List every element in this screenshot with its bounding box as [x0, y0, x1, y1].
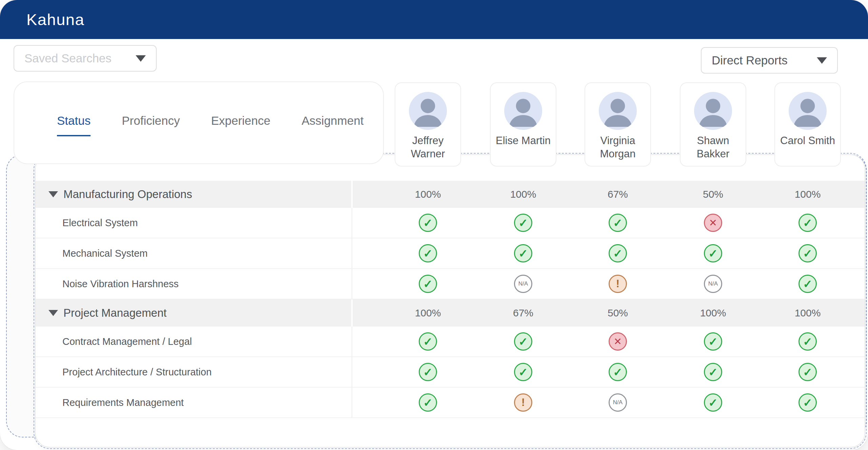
status-check-icon[interactable]: ✓: [419, 275, 437, 293]
avatar: [504, 92, 542, 130]
column-divider: [352, 208, 352, 238]
status-check-icon[interactable]: ✓: [609, 244, 627, 262]
group-score: 100%: [700, 307, 726, 319]
person-card-carol-smith[interactable]: Carol Smith: [774, 82, 841, 167]
app-header: Kahuna: [0, 0, 868, 39]
status-check-icon[interactable]: ✓: [514, 244, 532, 262]
group-score: 100%: [795, 307, 821, 319]
tab-status[interactable]: Status: [57, 114, 91, 136]
skill-name: Requirements Management: [62, 397, 184, 408]
skills-matrix-rows: Manufacturing Operations100%100%67%50%10…: [36, 181, 865, 418]
collapse-icon[interactable]: [48, 191, 58, 197]
column-divider: [351, 299, 353, 327]
person-card-elise-martin[interactable]: Elise Martin: [490, 82, 556, 167]
group-score: 67%: [513, 307, 533, 319]
group-score: 100%: [795, 189, 821, 200]
status-check-icon[interactable]: ✓: [798, 244, 817, 262]
chevron-down-icon: [136, 55, 146, 62]
status-check-icon[interactable]: ✓: [798, 275, 817, 293]
skills-matrix-panel: Manufacturing Operations100%100%67%50%10…: [35, 154, 865, 448]
person-card-virginia-morgan[interactable]: Virginia Morgan: [585, 82, 651, 167]
person-name: Carol Smith: [775, 134, 840, 147]
skill-row-requirements-management: Requirements Management✓!N/A✓✓: [36, 388, 865, 418]
avatar: [409, 92, 447, 130]
column-divider: [352, 269, 352, 299]
skill-name: Electrical System: [62, 217, 138, 229]
collapse-icon[interactable]: [48, 310, 58, 316]
scope-select-value: Direct Reports: [712, 54, 788, 67]
group-score: 50%: [608, 307, 628, 319]
skill-name: Noise Vibration Harshness: [62, 278, 179, 290]
skill-row-electrical-system: Electrical System✓✓✓✕✓: [36, 208, 865, 238]
brand-logo: Kahuna: [26, 0, 84, 39]
skill-row-contract-management-legal: Contract Management / Legal✓✓✕✓✓: [36, 327, 865, 357]
view-tabs-card: StatusProficiencyExperienceAssignment: [14, 81, 384, 164]
scope-select[interactable]: Direct Reports: [701, 47, 838, 74]
app-window: Kahuna Saved Searches Direct Reports Sta…: [0, 0, 868, 450]
person-name: Virginia Morgan: [585, 134, 650, 160]
group-row-manufacturing-operations[interactable]: Manufacturing Operations100%100%67%50%10…: [36, 181, 865, 208]
status-check-icon[interactable]: ✓: [514, 214, 532, 232]
status-check-icon[interactable]: ✓: [514, 332, 532, 351]
chevron-down-icon: [817, 57, 827, 64]
person-name: Shawn Bakker: [680, 134, 746, 160]
skill-row-noise-vibration-harshness: Noise Vibration Harshness✓N/A!N/A✓: [36, 269, 865, 299]
tab-assignment[interactable]: Assignment: [302, 114, 364, 136]
saved-searches-placeholder: Saved Searches: [24, 52, 112, 65]
person-name: Elise Martin: [491, 134, 556, 147]
group-score: 67%: [608, 189, 628, 200]
status-na-icon[interactable]: N/A: [704, 275, 722, 293]
avatar: [599, 92, 637, 130]
status-check-icon[interactable]: ✓: [609, 214, 627, 232]
person-card-shawn-bakker[interactable]: Shawn Bakker: [680, 82, 746, 167]
group-score: 50%: [703, 189, 723, 200]
skill-row-project-architecture-structuration: Project Architecture / Structuration✓✓✓✓…: [36, 357, 865, 388]
status-warn-icon[interactable]: !: [514, 393, 532, 412]
avatar: [694, 92, 732, 130]
skill-row-mechanical-system: Mechanical System✓✓✓✓✓: [36, 238, 865, 269]
group-score: 100%: [415, 307, 441, 319]
status-check-icon[interactable]: ✓: [704, 363, 722, 381]
status-check-icon[interactable]: ✓: [419, 393, 437, 412]
column-divider: [352, 388, 352, 417]
status-check-icon[interactable]: ✓: [419, 244, 437, 262]
group-score: 100%: [510, 189, 536, 200]
status-check-icon[interactable]: ✓: [609, 363, 627, 381]
skill-name: Project Architecture / Structuration: [62, 367, 212, 378]
status-cross-icon[interactable]: ✕: [704, 214, 722, 232]
group-title: Project Management: [63, 307, 167, 319]
person-card-jeffrey-warner[interactable]: Jeffrey Warner: [395, 82, 461, 167]
column-divider: [352, 238, 352, 268]
avatar: [789, 92, 827, 130]
status-check-icon[interactable]: ✓: [798, 393, 817, 412]
status-warn-icon[interactable]: !: [609, 275, 627, 293]
group-score: 100%: [415, 189, 441, 200]
column-divider: [352, 327, 352, 356]
status-check-icon[interactable]: ✓: [704, 332, 722, 351]
tab-proficiency[interactable]: Proficiency: [122, 114, 180, 136]
tab-bar: StatusProficiencyExperienceAssignment: [57, 114, 363, 136]
group-row-project-management[interactable]: Project Management100%67%50%100%100%: [36, 299, 865, 327]
status-na-icon[interactable]: N/A: [514, 275, 532, 293]
skill-name: Mechanical System: [62, 248, 147, 259]
status-check-icon[interactable]: ✓: [704, 393, 722, 412]
status-na-icon[interactable]: N/A: [609, 393, 627, 412]
status-check-icon[interactable]: ✓: [798, 363, 817, 381]
column-divider: [352, 357, 352, 387]
status-check-icon[interactable]: ✓: [798, 214, 817, 232]
status-check-icon[interactable]: ✓: [419, 214, 437, 232]
group-title: Manufacturing Operations: [63, 188, 192, 201]
status-check-icon[interactable]: ✓: [419, 363, 437, 381]
status-check-icon[interactable]: ✓: [514, 363, 532, 381]
status-check-icon[interactable]: ✓: [798, 332, 817, 351]
status-check-icon[interactable]: ✓: [704, 244, 722, 262]
column-divider: [351, 181, 353, 208]
person-name: Jeffrey Warner: [395, 134, 460, 160]
status-cross-icon[interactable]: ✕: [609, 332, 627, 351]
skill-name: Contract Management / Legal: [62, 336, 192, 347]
status-check-icon[interactable]: ✓: [419, 332, 437, 351]
saved-searches-select[interactable]: Saved Searches: [14, 45, 157, 72]
tab-experience[interactable]: Experience: [211, 114, 270, 136]
